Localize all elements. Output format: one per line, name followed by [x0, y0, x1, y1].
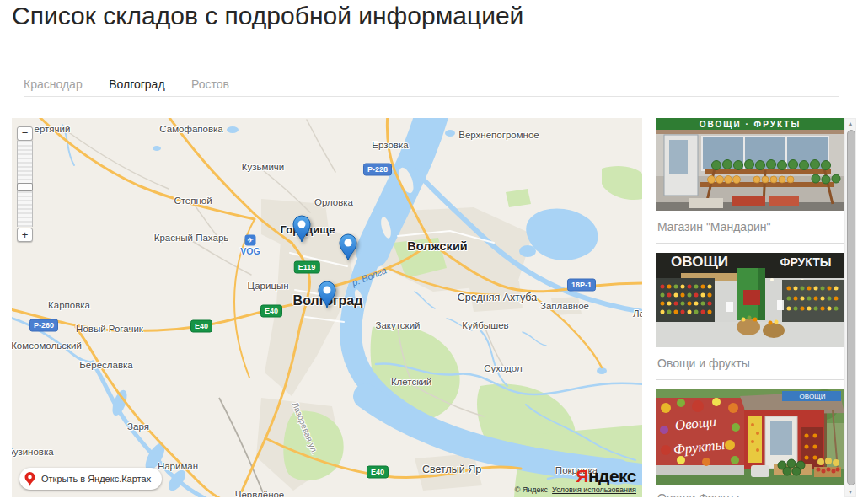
- card-divider: [656, 379, 844, 380]
- tab-krasnodar[interactable]: Краснодар: [24, 78, 83, 91]
- warehouse-list-page: Список складов с подробной информацией К…: [0, 0, 863, 504]
- store-caption[interactable]: Овощи Фрукты: [657, 491, 844, 497]
- map-placemark-icon[interactable]: [337, 233, 359, 265]
- copyright-text: © Яндекс: [515, 485, 548, 494]
- card-divider: [656, 243, 844, 244]
- store-photo-mandarin[interactable]: ОВОЩИ · ФРУКТЫ: [656, 118, 844, 211]
- store-photo-ovoshchi-frukty[interactable]: Овощи Фрукты ОВОЩИ: [656, 389, 844, 485]
- zoom-slider-track[interactable]: [17, 141, 33, 227]
- yandex-maps-pin-icon: [24, 471, 36, 487]
- tabs-divider: [24, 96, 839, 97]
- svg-text:ФРУКТЫ: ФРУКТЫ: [780, 255, 832, 269]
- placemarks-layer: [12, 118, 642, 497]
- open-in-yandex-maps-label: Открыть в Яндекс.Картах: [41, 474, 151, 484]
- yandex-logo[interactable]: Яндекс: [515, 467, 636, 485]
- store-photo-ovoshchi-i-frukty[interactable]: ОВОЩИ ФРУКТЫ: [656, 253, 844, 347]
- page-title: Список складов с подробной информацией: [12, 2, 523, 30]
- terms-of-use-link[interactable]: Условия использования: [552, 485, 636, 494]
- store-caption[interactable]: Овощи и фрукты: [657, 357, 844, 370]
- yandex-map[interactable]: ертячийСамофаповкаКузьмичиЕрзовкаВерхнеп…: [12, 118, 642, 497]
- scroll-down-arrow-icon[interactable]: ▼: [845, 489, 855, 495]
- scrollbar-thumb[interactable]: [847, 130, 855, 485]
- scroll-up-arrow-icon[interactable]: ▲: [845, 121, 855, 126]
- svg-text:ОВОЩИ: ОВОЩИ: [800, 393, 826, 400]
- map-zoom-control: − +: [17, 125, 33, 242]
- store-list: ОВОЩИ · ФРУКТЫ Магазин "Мандарин": [656, 118, 856, 497]
- store-card: Овощи Фрукты ОВОЩИ: [656, 389, 856, 497]
- store-card: ОВОЩИ · ФРУКТЫ Магазин "Мандарин": [656, 118, 856, 244]
- svg-text:ОВОЩИ · ФРУКТЫ: ОВОЩИ · ФРУКТЫ: [700, 120, 801, 129]
- store-card: ОВОЩИ ФРУКТЫ Овощи и фрукты: [656, 253, 856, 380]
- map-placemark-icon[interactable]: [291, 214, 313, 246]
- open-in-yandex-maps-button[interactable]: Открыть в Яндекс.Картах: [19, 468, 162, 490]
- map-placemark-icon[interactable]: [316, 280, 338, 312]
- sidebar-scrollbar[interactable]: ▲ ▼: [844, 118, 856, 497]
- map-attribution: Яндекс © ЯндексУсловия использования: [515, 467, 636, 494]
- tab-rostov[interactable]: Ростов: [191, 78, 229, 91]
- store-caption[interactable]: Магазин "Мандарин": [657, 220, 844, 233]
- tab-volgograd[interactable]: Волгоград: [109, 78, 164, 91]
- zoom-out-button[interactable]: −: [17, 126, 33, 141]
- zoom-in-button[interactable]: +: [17, 228, 33, 242]
- city-tabs: Краснодар Волгоград Ростов: [24, 77, 252, 92]
- svg-text:ОВОЩИ: ОВОЩИ: [671, 254, 728, 270]
- zoom-slider-handle[interactable]: [17, 183, 33, 191]
